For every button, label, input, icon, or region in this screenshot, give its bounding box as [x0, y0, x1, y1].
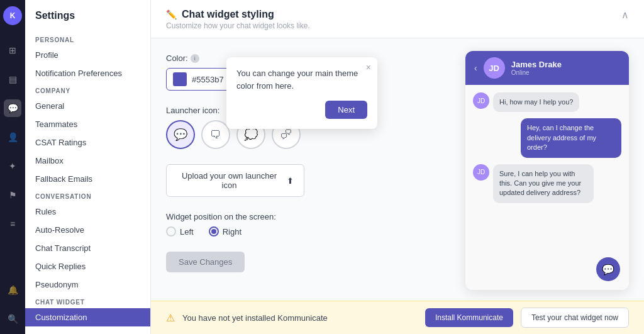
app-logo: K — [3, 6, 22, 25]
chat-fab-button[interactable]: 💬 — [596, 257, 620, 281]
sidebar-item-quick-replies[interactable]: Quick Replies — [25, 257, 150, 276]
agent-msg-avatar-2: JD — [473, 164, 489, 181]
upload-launcher-icon-button[interactable]: Upload your own launcher icon ⬆ — [166, 164, 304, 197]
main-header: ✏️ Chat widget styling Customize how you… — [151, 0, 644, 38]
user-message-1: Hey, can I change the delivery address o… — [521, 118, 621, 157]
color-swatch — [173, 72, 187, 86]
sidebar-item-profile[interactable]: Profile — [25, 46, 150, 64]
warning-icon: ⚠ — [166, 312, 175, 324]
sidebar-item-notification-preferences[interactable]: Notification Preferences — [25, 64, 150, 82]
sidebar-item-customization[interactable]: Customization — [25, 308, 150, 326]
sidebar-item-general[interactable]: General — [25, 97, 150, 115]
position-right-radio[interactable] — [209, 226, 219, 237]
position-right-label: Right — [223, 227, 242, 237]
chat-header: ‹ JD James Drake Online — [465, 51, 629, 85]
agent-message-2: Sure, I can help you with this. Can you … — [493, 164, 594, 203]
chat-preview: ‹ JD James Drake Online JD Hi, how may I… — [465, 51, 629, 290]
sidebar-item-csat[interactable]: CSAT Ratings — [25, 133, 150, 152]
agent-info: James Drake Online — [511, 60, 562, 76]
search-nav-icon[interactable]: 🔍 — [4, 310, 21, 328]
chart-nav-icon[interactable]: ▤ — [4, 70, 21, 88]
agent-message-1: Hi, how may I help you? — [493, 92, 579, 112]
tooltip-text: You can change your main theme color fro… — [236, 67, 367, 92]
edit-icon: ✏️ — [166, 9, 177, 19]
upload-label: Upload your own launcher icon — [177, 171, 282, 190]
tooltip-close-button[interactable]: × — [366, 62, 371, 72]
save-changes-button[interactable]: Save Changes — [166, 252, 245, 272]
chat-nav-icon[interactable]: 💬 — [4, 99, 21, 117]
agent-status: Online — [511, 69, 562, 76]
settings-sidebar: Settings PERSONAL Profile Notification P… — [25, 0, 151, 334]
chat-back-icon[interactable]: ‹ — [474, 63, 477, 73]
color-value-text: #5553b7 — [192, 75, 224, 84]
message-row-3: JD Sure, I can help you with this. Can y… — [473, 164, 621, 203]
conversation-section-label: CONVERSATION — [25, 188, 150, 203]
sidebar-item-mailbox[interactable]: Mailbox — [25, 152, 150, 170]
bottom-bar: ⚠ You have not yet installed Kommunicate… — [151, 301, 644, 334]
sidebar-item-auto-resolve[interactable]: Auto-Resolve — [25, 221, 150, 239]
test-widget-button[interactable]: Test your chat widget now — [521, 308, 629, 328]
user-nav-icon[interactable]: 👤 — [4, 128, 21, 146]
sidebar-item-teammates[interactable]: Teammates — [25, 115, 150, 133]
star-nav-icon[interactable]: ✦ — [4, 157, 21, 175]
icon-navigation: K ⊞ ▤ 💬 👤 ✦ ⚑ ≡ 🔔 🔍 — [0, 0, 25, 334]
main-content: ✏️ Chat widget styling Customize how you… — [151, 0, 644, 334]
warning-text: You have not yet installed Kommunicate — [182, 313, 418, 323]
position-left-label: Left — [180, 227, 194, 237]
collapse-icon[interactable]: ∧ — [621, 9, 629, 21]
agent-avatar: JD — [484, 57, 505, 79]
home-nav-icon[interactable]: ⊞ — [4, 42, 21, 59]
position-right-option[interactable]: Right — [209, 226, 242, 237]
list-nav-icon[interactable]: ≡ — [4, 215, 21, 233]
page-title: Chat widget styling — [182, 9, 274, 20]
bell-nav-icon[interactable]: 🔔 — [4, 281, 21, 299]
agent-msg-avatar-1: JD — [473, 92, 489, 109]
main-body: Color: i #5553b7 Launcher icon: 💬 🗨 💭 🗪 … — [151, 38, 644, 301]
sidebar-item-fallback-emails[interactable]: Fallback Emails — [25, 170, 150, 188]
install-kommunicate-button[interactable]: Install Kommunicate — [425, 308, 513, 327]
upload-icon: ⬆ — [287, 176, 294, 186]
message-row-1: JD Hi, how may I help you? — [473, 92, 621, 112]
personal-section-label: PERSONAL — [25, 31, 150, 46]
flag-nav-icon[interactable]: ⚑ — [4, 186, 21, 204]
launcher-icon-chat-bubble[interactable]: 💬 — [166, 120, 195, 149]
company-section-label: COMPANY — [25, 82, 150, 97]
position-left-radio[interactable] — [166, 226, 176, 237]
settings-title: Settings — [25, 10, 150, 31]
sidebar-item-rules[interactable]: Rules — [25, 203, 150, 221]
position-left-option[interactable]: Left — [166, 226, 194, 237]
page-subtitle: Customize how your chat widget looks lik… — [166, 21, 310, 30]
chat-widget-section-label: CHAT WIDGET — [25, 294, 150, 308]
message-row-2: Hey, can I change the delivery address o… — [473, 118, 621, 157]
info-icon: i — [191, 54, 199, 63]
sidebar-item-chat-transcript[interactable]: Chat Transcript — [25, 239, 150, 257]
sidebar-item-pseudonym[interactable]: Pseudonym — [25, 276, 150, 294]
tooltip-popup: × You can change your main theme color f… — [226, 57, 377, 129]
agent-name: James Drake — [511, 60, 562, 69]
tooltip-next-button[interactable]: Next — [325, 101, 367, 119]
